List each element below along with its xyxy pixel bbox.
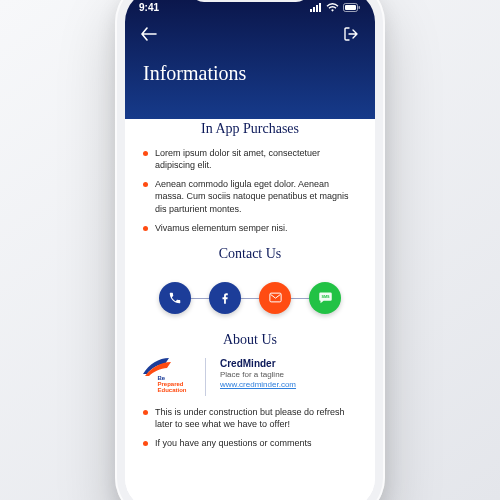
- wifi-icon: [326, 3, 339, 12]
- status-time: 9:41: [139, 2, 159, 13]
- app-header: 9:41: [125, 0, 375, 119]
- section-title-iap: In App Purchases: [143, 121, 357, 137]
- list-item: Vivamus elementum semper nisi.: [143, 222, 357, 234]
- list-item: This is under construction but please do…: [143, 406, 357, 430]
- email-icon: [268, 290, 283, 305]
- brand-link[interactable]: www.credminder.com: [220, 380, 296, 389]
- svg-rect-2: [316, 5, 318, 12]
- logo-text-2: Prepared: [157, 381, 186, 387]
- svg-rect-7: [359, 6, 361, 9]
- phone-icon: [168, 291, 182, 305]
- brand-logo: Be Prepared Education: [143, 358, 191, 396]
- about-info: CredMinder Place for a tagline www.credm…: [220, 358, 296, 389]
- back-button[interactable]: [139, 24, 159, 44]
- svg-rect-1: [313, 7, 315, 12]
- content-card: In App Purchases Lorem ipsum dolor sit a…: [125, 101, 375, 500]
- battery-icon: [343, 3, 361, 12]
- page-title: Informations: [143, 62, 361, 85]
- svg-rect-3: [319, 3, 321, 12]
- contact-phone-button[interactable]: [159, 282, 191, 314]
- svg-point-4: [331, 9, 333, 11]
- status-bar: 9:41: [139, 0, 361, 16]
- contact-facebook-button[interactable]: [209, 282, 241, 314]
- svg-rect-6: [345, 5, 356, 10]
- screen: 9:41: [125, 0, 375, 500]
- list-item: Aenean commodo ligula eget dolor. Aenean…: [143, 178, 357, 214]
- brand-name: CredMinder: [220, 358, 296, 369]
- device-notch: [190, 0, 310, 2]
- vertical-divider: [205, 358, 206, 396]
- sms-icon: SMS: [318, 290, 333, 305]
- logo-text-3: Education: [157, 387, 186, 393]
- about-list: This is under construction but please do…: [143, 406, 357, 449]
- brand-tagline: Place for a tagline: [220, 370, 296, 379]
- exit-button[interactable]: [341, 24, 361, 44]
- facebook-icon: [218, 291, 232, 305]
- iap-list: Lorem ipsum dolor sit amet, consectetuer…: [143, 147, 357, 234]
- contact-buttons: SMS: [143, 272, 357, 328]
- contact-email-button[interactable]: [259, 282, 291, 314]
- list-item: If you have any questions or comments: [143, 437, 357, 449]
- list-item: Lorem ipsum dolor sit amet, consectetuer…: [143, 147, 357, 171]
- svg-text:SMS: SMS: [321, 295, 330, 299]
- signal-icon: [310, 3, 322, 12]
- phone-frame: 9:41: [115, 0, 385, 500]
- section-title-about: About Us: [143, 332, 357, 348]
- svg-rect-0: [310, 9, 312, 12]
- section-title-contact: Contact Us: [143, 246, 357, 262]
- wings-icon: [141, 356, 189, 378]
- nav-bar: [139, 24, 361, 44]
- contact-sms-button[interactable]: SMS: [309, 282, 341, 314]
- about-row: Be Prepared Education CredMinder Place f…: [143, 358, 357, 396]
